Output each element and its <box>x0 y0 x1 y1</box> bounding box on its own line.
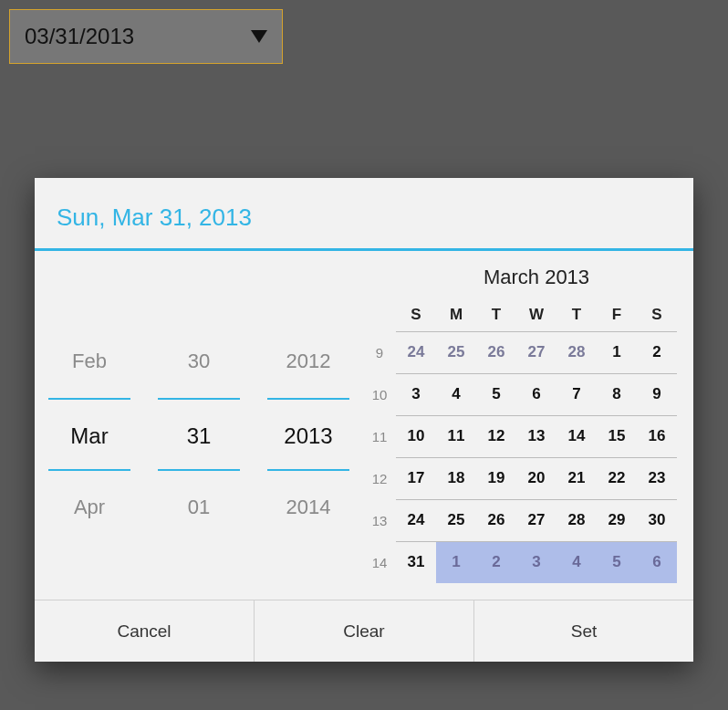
calendar-day[interactable]: 10 <box>396 415 436 457</box>
dow-cell: F <box>597 298 637 331</box>
date-input[interactable]: 03/31/2013 <box>9 9 283 64</box>
dow-cell: W <box>516 298 556 331</box>
week-number: 11 <box>363 415 396 457</box>
calendar-week-row: 103456789 <box>363 373 677 415</box>
year-prev[interactable]: 2012 <box>267 325 349 398</box>
calendar-day[interactable]: 9 <box>637 373 677 415</box>
calendar-day[interactable]: 20 <box>516 457 556 499</box>
year-current[interactable]: 2013 <box>267 398 349 471</box>
calendar-day[interactable]: 3 <box>516 541 556 583</box>
spinner-panel: Feb Mar Apr 30 31 01 2012 2013 2014 <box>35 251 363 600</box>
calendar-day[interactable]: 27 <box>516 331 556 373</box>
calendar-day[interactable]: 2 <box>476 541 516 583</box>
calendar-day[interactable]: 28 <box>556 331 597 373</box>
calendar-day[interactable]: 1 <box>597 331 637 373</box>
calendar-day[interactable]: 24 <box>396 499 436 541</box>
calendar-day[interactable]: 25 <box>436 331 476 373</box>
calendar-day[interactable]: 6 <box>516 373 556 415</box>
clear-button[interactable]: Clear <box>255 600 474 662</box>
calendar-day[interactable]: 19 <box>476 457 516 499</box>
calendar-week-row: 1110111213141516 <box>363 415 677 457</box>
calendar-day[interactable]: 27 <box>516 499 556 541</box>
date-input-value: 03/31/2013 <box>25 24 134 49</box>
picker-body: Feb Mar Apr 30 31 01 2012 2013 2014 Marc… <box>35 251 693 600</box>
week-number: 13 <box>363 499 396 541</box>
calendar-day[interactable]: 28 <box>556 499 597 541</box>
dow-cell: T <box>556 298 597 331</box>
calendar-day[interactable]: 5 <box>476 373 516 415</box>
day-prev[interactable]: 30 <box>158 325 240 398</box>
calendar-day[interactable]: 26 <box>476 331 516 373</box>
calendar-day[interactable]: 12 <box>476 415 516 457</box>
day-next[interactable]: 01 <box>158 471 240 544</box>
calendar-day[interactable]: 17 <box>396 457 436 499</box>
date-picker-dialog: Sun, Mar 31, 2013 Feb Mar Apr 30 31 01 2… <box>35 178 693 662</box>
week-number: 9 <box>363 331 396 373</box>
dropdown-caret-icon <box>251 30 267 43</box>
calendar-week-row: 1217181920212223 <box>363 457 677 499</box>
calendar-day[interactable]: 16 <box>637 415 677 457</box>
year-spinner[interactable]: 2012 2013 2014 <box>267 325 349 544</box>
cancel-button[interactable]: Cancel <box>35 600 255 662</box>
dow-cell: M <box>436 298 476 331</box>
calendar-week-col-header <box>363 298 396 331</box>
calendar-day[interactable]: 6 <box>637 541 677 583</box>
day-spinner[interactable]: 30 31 01 <box>158 325 240 544</box>
picker-header: Sun, Mar 31, 2013 <box>35 178 693 248</box>
calendar-day[interactable]: 8 <box>597 373 637 415</box>
calendar-week-row: 1324252627282930 <box>363 499 677 541</box>
calendar-panel: March 2013 S M T W T F S 924252627281210… <box>363 251 693 600</box>
dow-cell: S <box>637 298 677 331</box>
calendar-dow-row: S M T W T F S <box>363 298 677 331</box>
calendar-day[interactable]: 3 <box>396 373 436 415</box>
calendar-day[interactable]: 1 <box>436 541 476 583</box>
calendar-day[interactable]: 4 <box>436 373 476 415</box>
week-number: 10 <box>363 373 396 415</box>
calendar-week-row: 9242526272812 <box>363 331 677 373</box>
calendar-day[interactable]: 5 <box>597 541 637 583</box>
calendar-day[interactable]: 29 <box>597 499 637 541</box>
calendar-day[interactable]: 31 <box>396 541 436 583</box>
calendar-day[interactable]: 18 <box>436 457 476 499</box>
calendar-month-title: March 2013 <box>363 266 677 289</box>
calendar-day[interactable]: 15 <box>597 415 637 457</box>
picker-selected-date: Sun, Mar 31, 2013 <box>57 204 671 232</box>
month-current[interactable]: Mar <box>48 398 130 471</box>
calendar-day[interactable]: 26 <box>476 499 516 541</box>
calendar-week-row: 1431123456 <box>363 541 677 583</box>
month-spinner[interactable]: Feb Mar Apr <box>48 325 130 544</box>
calendar-day[interactable]: 7 <box>556 373 597 415</box>
month-prev[interactable]: Feb <box>48 325 130 398</box>
calendar-day[interactable]: 30 <box>637 499 677 541</box>
year-next[interactable]: 2014 <box>267 471 349 544</box>
set-button[interactable]: Set <box>474 600 693 662</box>
dow-cell: S <box>396 298 436 331</box>
week-number: 12 <box>363 457 396 499</box>
calendar-day[interactable]: 24 <box>396 331 436 373</box>
calendar-day[interactable]: 22 <box>597 457 637 499</box>
calendar-day[interactable]: 13 <box>516 415 556 457</box>
calendar-day[interactable]: 11 <box>436 415 476 457</box>
calendar-day[interactable]: 23 <box>637 457 677 499</box>
calendar-table: S M T W T F S 92425262728121034567891110… <box>363 298 677 583</box>
week-number: 14 <box>363 541 396 583</box>
picker-footer: Cancel Clear Set <box>35 600 693 662</box>
day-current[interactable]: 31 <box>158 398 240 471</box>
calendar-day[interactable]: 14 <box>556 415 597 457</box>
calendar-day[interactable]: 25 <box>436 499 476 541</box>
calendar-day[interactable]: 21 <box>556 457 597 499</box>
month-next[interactable]: Apr <box>48 471 130 544</box>
calendar-day[interactable]: 4 <box>556 541 597 583</box>
dow-cell: T <box>476 298 516 331</box>
calendar-day[interactable]: 2 <box>637 331 677 373</box>
